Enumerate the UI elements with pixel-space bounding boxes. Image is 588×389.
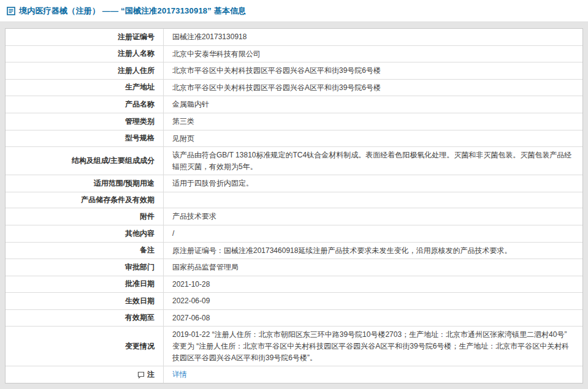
table-row: 附件产品技术要求 [6, 208, 582, 225]
table-row: 结构及组成/主要组成成分该产品由符合GB/T 13810标准规定的TC4钛合金材… [6, 147, 582, 175]
row-label: 其他内容 [6, 225, 164, 242]
row-label-text: 生产地址 [125, 82, 155, 93]
page-title: 境内医疗器械（注册） —— “国械注准20173130918” 基本信息 [19, 6, 246, 17]
form-icon [7, 7, 15, 15]
row-label-text: 注册证编号 [118, 32, 155, 42]
row-value-text: 该产品由符合GB/T 13810标准规定的TC4钛合金材料制成。表面经着色阳极氧… [172, 149, 574, 172]
row-label-text: 注册人住所 [118, 66, 155, 76]
row-label: 审批部门 [6, 259, 164, 276]
row-label: 变更情况 [6, 327, 164, 366]
row-label-text: 批准日期 [125, 279, 155, 289]
row-value-text: 北京中安泰华科技有限公司 [172, 48, 261, 60]
row-value: 2022-06-09 [164, 293, 582, 309]
table-row: 产品名称金属髓内针 [6, 96, 582, 113]
page-header: 境内医疗器械（注册） —— “国械注准20173130918” 基本信息 [0, 0, 588, 22]
row-value: 原注册证编号：国械注准20173460918延续注册产品技术要求未发生变化，沿用… [164, 243, 582, 259]
table-row: 注册人名称北京中安泰华科技有限公司 [6, 46, 582, 63]
row-value-text: 2022-06-09 [172, 295, 210, 307]
row-value-text: 2019-01-22 “注册人住所：北京市朝阳区东三环中路39号院10号楼270… [172, 329, 574, 363]
row-value: 国家药品监督管理局 [164, 259, 582, 276]
row-value [164, 192, 582, 208]
row-label-text: 变更情况 [125, 341, 155, 352]
row-label: 注册人住所 [6, 62, 164, 79]
row-label: 附件 [6, 208, 164, 225]
row-label-text: 产品储存条件及有效期 [81, 195, 155, 205]
row-value-text: 见附页 [172, 133, 194, 145]
row-label-text: 注册人名称 [118, 48, 155, 59]
row-value: 2021-10-28 [164, 276, 582, 293]
row-label: 注册人名称 [6, 46, 164, 62]
row-value: 该产品由符合GB/T 13810标准规定的TC4钛合金材料制成。表面经着色阳极氧… [164, 147, 582, 175]
row-label: 结构及组成/主要组成成分 [6, 147, 164, 175]
note-icon [137, 371, 145, 379]
row-value-text: 北京市平谷区中关村科技园区平谷园兴谷A区平和街39号院6号楼 [172, 65, 381, 77]
table-row: 注册人住所北京市平谷区中关村科技园区平谷园兴谷A区平和街39号院6号楼 [6, 62, 582, 80]
row-label-text: 适用范围/预期用途 [94, 178, 155, 189]
row-value-text: / [172, 228, 174, 240]
row-value: 金属髓内针 [164, 96, 582, 113]
row-label: 产品储存条件及有效期 [6, 192, 164, 208]
row-label: 产品名称 [6, 96, 164, 113]
row-value: 北京市平谷区中关村科技园区平谷园兴谷A区平和街39号院6号楼 [164, 80, 582, 96]
row-label: 备注 [6, 243, 164, 259]
table-row: 变更情况2019-01-22 “注册人住所：北京市朝阳区东三环中路39号院10号… [6, 327, 582, 366]
row-label-text: 型号规格 [125, 133, 155, 143]
row-value: / [164, 225, 582, 242]
row-value-text: 北京市平谷区中关村科技园区平谷园兴谷A区平和街39号院6号楼 [172, 82, 381, 94]
table-row: 型号规格见附页 [6, 130, 582, 148]
row-label-text: 备注 [140, 245, 155, 255]
row-label: 生效日期 [6, 293, 164, 309]
row-value: 产品技术要求 [164, 208, 582, 225]
row-value: 国械注准20173130918 [164, 29, 582, 45]
row-label-text: 附件 [140, 211, 155, 222]
row-value-text: 国械注准20173130918 [172, 31, 246, 43]
row-label: 生产地址 [6, 80, 164, 96]
row-label-text: 产品名称 [125, 99, 155, 110]
row-value: 详情 [164, 366, 582, 383]
row-value-text: 2021-10-28 [172, 279, 210, 290]
row-value: 北京市平谷区中关村科技园区平谷园兴谷A区平和街39号院6号楼 [164, 62, 582, 79]
row-label: 批准日期 [6, 276, 164, 293]
row-label: 注 [6, 366, 164, 383]
row-value: 见附页 [164, 130, 582, 147]
row-label: 有效期至 [6, 310, 164, 327]
table-row: 注详情 [6, 366, 582, 383]
row-value-text: 产品技术要求 [172, 211, 216, 222]
row-value: 适用于四肢骨折内固定。 [164, 175, 582, 192]
table-row: 批准日期2021-10-28 [6, 276, 582, 293]
row-label-text: 生效日期 [125, 296, 155, 306]
table-row: 生产地址北京市平谷区中关村科技园区平谷园兴谷A区平和街39号院6号楼 [6, 80, 582, 97]
table-row: 适用范围/预期用途适用于四肢骨折内固定。 [6, 175, 582, 192]
table-row: 备注原注册证编号：国械注准20173460918延续注册产品技术要求未发生变化，… [6, 243, 582, 260]
row-label-text: 管理类别 [125, 116, 155, 127]
table-row: 注册证编号国械注准20173130918 [6, 29, 582, 46]
row-value: 第三类 [164, 113, 582, 130]
row-value: 2019-01-22 “注册人住所：北京市朝阳区东三环中路39号院10号楼270… [164, 327, 582, 366]
row-label: 管理类别 [6, 113, 164, 130]
table-row: 管理类别第三类 [6, 113, 582, 130]
row-label-text: 其他内容 [125, 228, 155, 239]
row-value-text: 适用于四肢骨折内固定。 [172, 178, 253, 189]
row-label: 适用范围/预期用途 [6, 175, 164, 192]
table-row: 生效日期2022-06-09 [6, 293, 582, 310]
details-link[interactable]: 详情 [172, 369, 187, 380]
table-row: 有效期至2027-06-08 [6, 310, 582, 327]
row-value: 2027-06-08 [164, 310, 582, 327]
row-label-text: 有效期至 [125, 312, 155, 323]
row-label-text: 审批部门 [125, 262, 155, 273]
table-row: 其他内容/ [6, 225, 582, 243]
row-value: 北京中安泰华科技有限公司 [164, 46, 582, 62]
row-label: 型号规格 [6, 130, 164, 147]
row-value-text: 第三类 [172, 116, 194, 127]
row-label: 注册证编号 [6, 29, 164, 45]
row-label-text: 注 [147, 369, 155, 380]
row-value-text: 国家药品监督管理局 [172, 262, 239, 273]
table-row: 审批部门国家药品监督管理局 [6, 259, 582, 276]
info-table: 注册证编号国械注准20173130918注册人名称北京中安泰华科技有限公司注册人… [5, 28, 583, 383]
row-value-text: 2027-06-08 [172, 312, 210, 324]
row-value-text: 原注册证编号：国械注准20173460918延续注册产品技术要求未发生变化，沿用… [172, 245, 511, 257]
table-row: 产品储存条件及有效期 [6, 192, 582, 208]
row-label-text: 结构及组成/主要组成成分 [72, 156, 155, 166]
row-value-text: 金属髓内针 [172, 99, 209, 110]
